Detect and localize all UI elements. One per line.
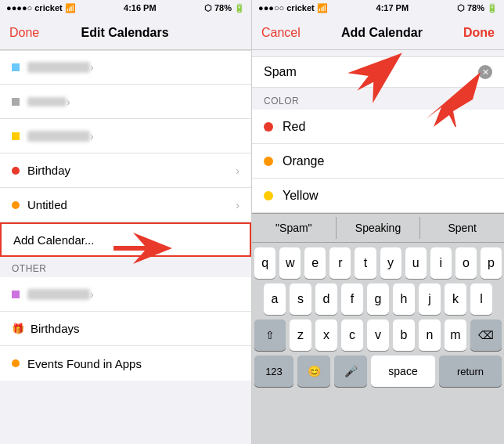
wifi-icon: 📶 <box>317 3 328 13</box>
key-m[interactable]: m <box>445 319 466 351</box>
wifi-icon: 📶 <box>65 3 76 13</box>
calendar-name-input[interactable] <box>264 65 478 79</box>
done-button[interactable]: Done <box>9 26 39 40</box>
numbers-key[interactable]: 123 <box>254 356 293 387</box>
color-option-orange[interactable]: Orange <box>252 144 504 179</box>
autocomplete-bar: "Spam" Speaking Spent <box>252 213 504 243</box>
cancel-button[interactable]: Cancel <box>261 26 301 40</box>
events-found-item[interactable]: Events Found in Apps <box>0 346 251 381</box>
keyboard-row-3: ⇧ z x c v b n m ⌫ <box>254 319 502 351</box>
right-nav-title: Add Calendar <box>341 26 423 40</box>
color-label: Red <box>283 120 305 134</box>
key-w[interactable]: w <box>279 247 301 279</box>
key-p[interactable]: p <box>481 247 502 279</box>
color-indicator <box>12 63 20 71</box>
left-nav-bar: Done Edit Calendars <box>0 16 251 50</box>
key-e[interactable]: e <box>304 247 326 279</box>
list-item[interactable]: › <box>0 50 251 85</box>
untitled-item[interactable]: Untitled › <box>0 188 251 222</box>
autocomplete-speaking[interactable]: Speaking <box>337 217 421 239</box>
calendar-list: › › › Birthday › Untit <box>0 50 251 444</box>
color-dot <box>12 167 20 175</box>
shift-key[interactable]: ⇧ <box>254 319 286 351</box>
clear-input-button[interactable]: ✕ <box>478 65 492 79</box>
key-h[interactable]: h <box>393 283 415 315</box>
carrier-name: cricket <box>34 3 62 13</box>
key-o[interactable]: o <box>455 247 477 279</box>
other-section-header: OTHER <box>0 257 251 277</box>
color-dot <box>12 359 20 367</box>
color-indicator <box>12 291 20 298</box>
bluetooth-icon: ⬡ <box>204 3 212 13</box>
backspace-key[interactable]: ⌫ <box>470 319 502 351</box>
key-v[interactable]: v <box>367 319 389 351</box>
calendar-name-input-row[interactable]: ✕ <box>252 56 504 88</box>
birthday-item[interactable]: Birthday › <box>0 153 251 188</box>
right-battery: ⬡ 78% 🔋 <box>457 3 498 13</box>
blurred-label <box>27 62 90 73</box>
list-item[interactable]: › <box>0 119 251 153</box>
item-label: Untitled <box>27 198 236 211</box>
return-key[interactable]: return <box>439 356 502 387</box>
color-option-red[interactable]: Red <box>252 110 504 144</box>
chevron-right-icon: › <box>90 61 94 74</box>
item-label: Birthday <box>27 164 236 177</box>
key-k[interactable]: k <box>445 283 466 315</box>
color-indicator <box>12 132 20 140</box>
battery-icon: 🔋 <box>234 3 245 13</box>
key-u[interactable]: u <box>405 247 427 279</box>
key-f[interactable]: f <box>341 283 363 315</box>
key-j[interactable]: j <box>419 283 441 315</box>
key-i[interactable]: i <box>430 247 452 279</box>
red-color-circle <box>264 122 273 132</box>
blurred-label <box>27 289 90 300</box>
key-a[interactable]: a <box>264 283 286 315</box>
left-status-bar: ●●●●○ cricket 📶 4:16 PM ⬡ 78% 🔋 <box>0 0 251 16</box>
left-carrier: ●●●●○ cricket 📶 <box>6 3 76 13</box>
yellow-color-circle <box>264 191 273 200</box>
keyboard-row-4: 123 😊 🎤 space return <box>254 356 502 387</box>
chevron-right-icon: › <box>236 164 239 177</box>
battery-pct: 78% <box>214 3 232 13</box>
key-y[interactable]: y <box>380 247 401 279</box>
key-l[interactable]: l <box>470 283 492 315</box>
chevron-right-icon: › <box>90 288 94 301</box>
key-b[interactable]: b <box>393 319 415 351</box>
keyboard-row-2: a s d f g h j k l <box>254 283 502 315</box>
space-key[interactable]: space <box>371 356 435 387</box>
autocomplete-spent[interactable]: Spent <box>420 217 504 239</box>
list-item[interactable]: › <box>0 277 251 312</box>
key-x[interactable]: x <box>315 319 337 351</box>
left-nav-title: Edit Calendars <box>81 26 169 40</box>
color-option-yellow[interactable]: Yellow <box>252 179 504 213</box>
emoji-key[interactable]: 😊 <box>297 356 330 387</box>
keyboard: q w e r t y u i o p a s d f g h j k <box>252 243 504 444</box>
key-n[interactable]: n <box>419 319 441 351</box>
birthdays-item[interactable]: 🎁 Birthdays <box>0 312 251 346</box>
battery-icon: 🔋 <box>487 3 498 13</box>
autocomplete-spam[interactable]: "Spam" <box>252 217 337 239</box>
key-z[interactable]: z <box>290 319 311 351</box>
key-d[interactable]: d <box>315 283 337 315</box>
chevron-right-icon: › <box>67 96 70 108</box>
carrier-name: cricket <box>286 3 314 13</box>
key-c[interactable]: c <box>341 319 363 351</box>
signal-dots: ●●●○○ <box>258 3 284 13</box>
item-label: Birthdays <box>31 322 239 335</box>
right-status-bar: ●●●○○ cricket 📶 4:17 PM ⬡ 78% 🔋 <box>252 0 504 16</box>
right-done-button[interactable]: Done <box>463 26 495 40</box>
key-q[interactable]: q <box>254 247 275 279</box>
item-label: Events Found in Apps <box>27 357 239 370</box>
key-t[interactable]: t <box>355 247 376 279</box>
color-label: Yellow <box>283 189 319 203</box>
list-item[interactable]: › <box>0 85 251 119</box>
key-s[interactable]: s <box>290 283 311 315</box>
add-calendar-label: Add Calendar... <box>13 233 94 247</box>
color-label: Orange <box>283 154 324 168</box>
gift-icon: 🎁 <box>12 323 24 334</box>
key-g[interactable]: g <box>367 283 389 315</box>
right-nav-bar: Cancel Add Calendar Done <box>252 16 504 50</box>
add-calendar-button[interactable]: Add Calendar... <box>0 222 251 257</box>
key-r[interactable]: r <box>329 247 351 279</box>
mic-key[interactable]: 🎤 <box>334 356 367 387</box>
